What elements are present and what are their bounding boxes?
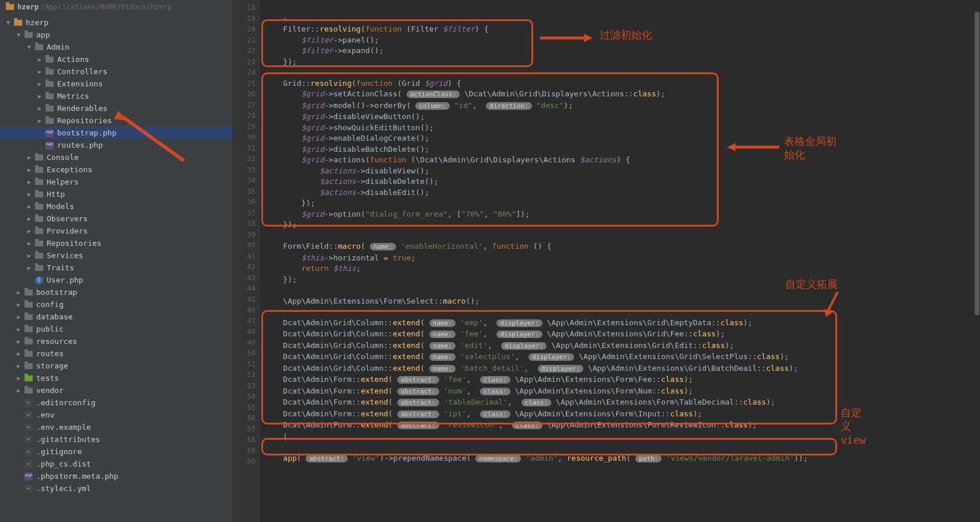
code-line	[265, 2, 980, 13]
folder-icon	[34, 178, 44, 187]
code-line: $grid->setActionClass( actionClass: \Dca…	[265, 89, 980, 100]
tree-file[interactable]: ≡.gitignore	[0, 446, 232, 458]
code-area[interactable]: ▸ Filter::resolving(function (Filter $fi…	[260, 0, 980, 522]
tree-file[interactable]: CUser.php	[0, 274, 232, 286]
folder-icon	[34, 202, 44, 211]
folder-icon	[23, 300, 34, 309]
tree-folder[interactable]: ▶Renderables	[0, 102, 232, 114]
tree-folder[interactable]: ▶Services	[0, 249, 232, 262]
folder-icon	[23, 337, 34, 346]
tree-folder[interactable]: ▶Observers	[0, 213, 232, 225]
code-line	[265, 307, 980, 318]
text-file-icon: ≡	[23, 435, 34, 444]
tree-folder[interactable]: ▶storage	[0, 360, 232, 372]
tree-folder[interactable]: ▼app	[0, 29, 232, 41]
tree-item-label: Console	[47, 153, 79, 162]
line-number: 51	[232, 359, 256, 370]
tree-item-label: hzerp	[26, 18, 48, 27]
tree-item-label: Renderables	[57, 104, 107, 113]
line-number: 41	[232, 251, 256, 262]
tree-file[interactable]: ≡.env	[0, 409, 232, 421]
line-number: 33	[232, 165, 256, 176]
chevron-icon: ▶	[15, 326, 22, 332]
tree-folder[interactable]: ▶Helpers	[0, 176, 232, 188]
tree-folder[interactable]: ▶Metrics	[0, 90, 232, 102]
tree-folder[interactable]: ▶Actions	[0, 53, 232, 65]
tree-folder[interactable]: ▶routes	[0, 347, 232, 360]
code-line	[265, 285, 980, 296]
tree-folder[interactable]: ▶resources	[0, 335, 232, 347]
tree-folder[interactable]: ▶Controllers	[0, 65, 232, 78]
breadcrumb: hzerp /Applications/MAMP/htdocs/hzerp	[0, 0, 232, 14]
tree-file[interactable]: PHPbootstrap.php	[0, 127, 232, 139]
tree-folder[interactable]: ▶database	[0, 311, 232, 323]
line-number: 18	[232, 2, 256, 13]
folder-icon	[44, 79, 55, 89]
tree-folder[interactable]: ▶Extensions	[0, 78, 232, 90]
tree-folder[interactable]: ▶Console	[0, 151, 232, 163]
line-number: 59	[232, 446, 256, 457]
code-line	[265, 442, 980, 453]
line-number: 37	[232, 208, 256, 219]
line-number: 26	[232, 89, 256, 100]
code-line: $actions->disableView();	[265, 166, 980, 177]
tree-item-label: public	[36, 325, 64, 333]
line-number: 46	[232, 305, 256, 316]
tree-folder[interactable]: ▶Http	[0, 188, 232, 200]
code-line: Grid::resolving(function (Grid $grid) {	[265, 78, 980, 89]
tree-item-label: Metrics	[57, 92, 89, 100]
chevron-icon: ▶	[26, 166, 33, 173]
php-file-icon: PHP	[44, 128, 55, 138]
line-number: 38	[232, 218, 256, 229]
tree-folder[interactable]: ▶Models	[0, 200, 232, 213]
code-line: $actions->disableEdit();	[265, 187, 980, 199]
tree-file[interactable]: ≡.php_cs.dist	[0, 458, 232, 470]
chevron-icon: ▶	[26, 240, 33, 246]
file-tree[interactable]: ▼hzerp▼app▼Admin▶Actions▶Controllers▶Ext…	[0, 14, 232, 522]
tree-folder[interactable]: ▶config	[0, 298, 232, 311]
tree-item-label: .env.example	[36, 423, 91, 431]
code-line: });	[265, 220, 980, 231]
tree-folder[interactable]: ▶bootstrap	[0, 286, 232, 298]
folder-icon	[13, 18, 23, 27]
code-line: Filter::resolving(function (Filter $filt…	[265, 24, 980, 35]
tree-file[interactable]: ≡.env.example	[0, 421, 232, 433]
line-number: 31	[232, 143, 256, 154]
class-file-icon: C	[34, 276, 44, 285]
tree-file[interactable]: PHProutes.php	[0, 139, 232, 151]
tree-folder[interactable]: ▶tests	[0, 372, 232, 384]
tree-folder[interactable]: ▶Repositories	[0, 237, 232, 249]
chevron-icon: ▶	[15, 301, 22, 308]
line-number: 52	[232, 370, 256, 381]
tree-folder[interactable]: ▶Repositories	[0, 114, 232, 127]
tree-folder[interactable]: ▶vendor	[0, 384, 232, 396]
tree-file[interactable]: ≡.editorconfig	[0, 396, 232, 409]
chevron-icon	[15, 485, 22, 492]
folder-icon	[44, 92, 55, 101]
tree-item-label: Extensions	[57, 79, 103, 88]
tree-folder[interactable]: ▶Traits	[0, 262, 232, 274]
tree-folder[interactable]: ▶Exceptions	[0, 163, 232, 176]
chevron-icon	[15, 399, 22, 406]
line-number: 35	[232, 186, 256, 197]
line-number: 54	[232, 391, 256, 402]
code-line: $grid->enableDialogCreate();	[265, 133, 980, 144]
line-number: 40	[232, 240, 256, 251]
folder-icon	[34, 214, 44, 224]
tree-folder[interactable]: ▶public	[0, 323, 232, 335]
code-editor[interactable]: 1819202122232425262728293031323334353637…	[232, 0, 980, 522]
folder-icon	[34, 165, 44, 175]
line-number: 55	[232, 402, 256, 413]
tree-folder[interactable]: ▼Admin	[0, 41, 232, 53]
tree-folder[interactable]: ▶Providers	[0, 225, 232, 237]
tree-file[interactable]: ≡.styleci.yml	[0, 482, 232, 495]
line-number: 20	[232, 24, 256, 35]
tree-folder[interactable]: ▼hzerp	[0, 16, 232, 29]
vertical-scrollbar[interactable]	[973, 0, 980, 522]
line-number: 24	[232, 67, 256, 78]
tree-file[interactable]: ≡.gitattributes	[0, 433, 232, 446]
folder-icon	[23, 374, 34, 383]
tree-file[interactable]: PHP.phpstorm.meta.php	[0, 470, 232, 482]
chevron-icon: ▶	[36, 81, 43, 87]
code-line: });	[265, 57, 980, 68]
